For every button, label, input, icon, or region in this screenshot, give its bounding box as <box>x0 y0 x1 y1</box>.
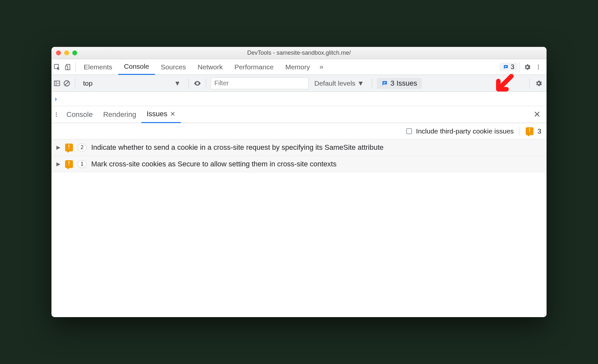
expand-triangle-icon[interactable]: ▶ <box>56 161 61 167</box>
issue-title: Indicate whether to send a cookie in a c… <box>91 143 542 152</box>
svg-point-5 <box>538 64 539 65</box>
svg-rect-3 <box>505 66 507 67</box>
issue-count-badge: 2 <box>78 144 87 151</box>
tab-performance[interactable]: Performance <box>229 59 279 75</box>
prompt-caret-icon: › <box>55 95 57 103</box>
tab-console[interactable]: Console <box>118 59 155 75</box>
devtools-window: DevTools - samesite-sandbox.glitch.me/ E… <box>51 47 547 317</box>
issue-title: Mark cross-site cookies as Secure to all… <box>91 159 542 169</box>
annotation-arrow-icon <box>492 73 515 96</box>
divider <box>75 78 75 88</box>
issues-flag-icon <box>503 64 509 70</box>
svg-point-6 <box>538 66 539 67</box>
issues-total-count: 3 <box>537 127 541 135</box>
svg-line-10 <box>65 81 69 85</box>
svg-rect-4 <box>505 67 506 67</box>
main-issues-count: 3 <box>511 63 514 71</box>
inspect-element-icon[interactable] <box>51 63 63 71</box>
context-value: top <box>83 79 93 87</box>
dropdown-caret-icon: ▼ <box>357 79 364 87</box>
drawer-tab-issues[interactable]: Issues ✕ <box>141 106 181 123</box>
console-toolbar: top ▼ Default levels ▼ 3 Issues <box>51 75 547 92</box>
svg-rect-13 <box>384 83 385 84</box>
svg-rect-2 <box>65 66 68 70</box>
drawer-tab-issues-label: Issues <box>147 110 167 118</box>
svg-rect-12 <box>384 82 386 83</box>
drawer-tab-bar: Console Rendering Issues ✕ ✕ <box>51 106 547 123</box>
warning-icon <box>65 160 73 168</box>
svg-point-14 <box>56 112 57 113</box>
tab-sources[interactable]: Sources <box>155 59 192 75</box>
context-selector[interactable]: top ▼ <box>80 77 184 89</box>
dropdown-caret-icon: ▼ <box>174 79 181 87</box>
live-expression-eye-icon[interactable] <box>193 79 201 87</box>
levels-label: Default levels <box>314 79 355 87</box>
main-tab-bar: Elements Console Sources Network Perform… <box>51 59 547 75</box>
clear-console-icon[interactable] <box>63 80 70 87</box>
issues-flag-icon <box>381 80 388 87</box>
tab-elements[interactable]: Elements <box>78 59 118 75</box>
expand-triangle-icon[interactable]: ▶ <box>56 144 61 150</box>
more-tabs-icon[interactable]: » <box>316 63 327 71</box>
tab-network[interactable]: Network <box>192 59 229 75</box>
issue-row[interactable]: ▶ 1 Mark cross-site cookies as Secure to… <box>51 156 547 173</box>
drawer-tab-rendering[interactable]: Rendering <box>98 106 142 123</box>
minimize-window-button[interactable] <box>64 50 69 55</box>
svg-point-15 <box>56 114 57 115</box>
close-window-button[interactable] <box>56 50 61 55</box>
divider <box>206 78 206 88</box>
issue-count-badge: 1 <box>78 160 87 168</box>
filter-input[interactable] <box>211 77 308 89</box>
third-party-label: Include third-party cookie issues <box>416 127 514 135</box>
divider <box>520 127 520 135</box>
issue-row[interactable]: ▶ 2 Indicate whether to send a cookie in… <box>51 139 547 156</box>
warning-icon <box>65 144 73 151</box>
zoom-window-button[interactable] <box>72 50 77 55</box>
console-issues-button[interactable]: 3 Issues <box>377 78 422 89</box>
divider <box>529 78 530 88</box>
divider <box>520 62 520 72</box>
console-prompt[interactable]: › <box>51 92 547 106</box>
sidebar-toggle-icon[interactable] <box>53 80 61 87</box>
issues-toolbar: Include third-party cookie issues 3 <box>51 123 547 139</box>
svg-point-7 <box>538 68 539 69</box>
tab-memory[interactable]: Memory <box>279 59 316 75</box>
issues-list: ▶ 2 Indicate whether to send a cookie in… <box>51 139 547 317</box>
kebab-menu-icon[interactable] <box>533 64 544 70</box>
log-levels-selector[interactable]: Default levels ▼ <box>311 79 367 87</box>
traffic-lights <box>56 50 77 55</box>
window-title: DevTools - samesite-sandbox.glitch.me/ <box>51 49 547 56</box>
divider <box>76 62 76 72</box>
device-toolbar-icon[interactable] <box>63 63 74 71</box>
console-issues-label: 3 Issues <box>391 79 417 88</box>
titlebar: DevTools - samesite-sandbox.glitch.me/ <box>51 47 547 59</box>
divider <box>372 78 372 88</box>
close-drawer-icon[interactable]: ✕ <box>528 109 547 119</box>
warning-icon <box>526 127 534 135</box>
close-tab-icon[interactable]: ✕ <box>170 110 176 118</box>
svg-rect-8 <box>54 81 60 86</box>
drawer-tab-console[interactable]: Console <box>61 106 98 123</box>
svg-point-11 <box>197 83 198 84</box>
svg-point-16 <box>56 116 57 117</box>
settings-gear-icon[interactable] <box>522 63 533 71</box>
drawer-kebab-icon[interactable] <box>51 112 61 118</box>
third-party-checkbox[interactable] <box>406 128 412 134</box>
console-settings-gear-icon[interactable] <box>535 79 543 87</box>
divider <box>189 78 189 88</box>
main-issues-counter[interactable]: 3 <box>500 63 518 71</box>
